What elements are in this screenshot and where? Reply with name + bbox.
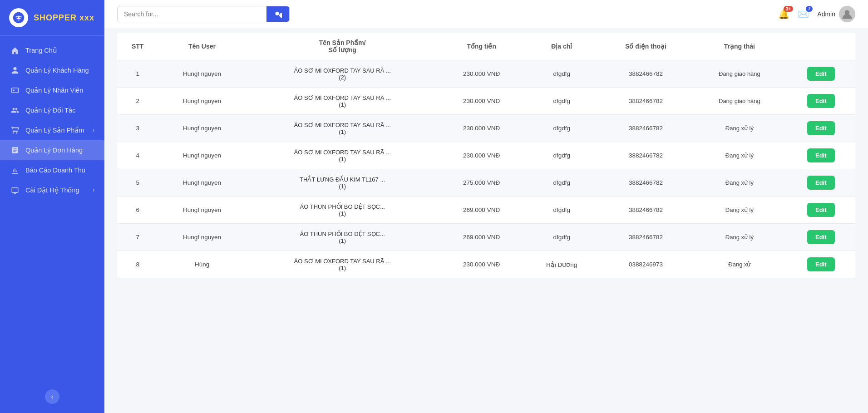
bell-badge: 3+ [784,6,793,12]
cell-action[interactable]: Edit [787,251,855,278]
sidebar-item-quan-ly-khach-hang[interactable]: Quản Lý Khách Hàng [0,60,104,80]
cell-action[interactable]: Edit [787,88,855,115]
admin-name: Admin [817,10,835,18]
sidebar-item-label: Trang Chủ [25,47,57,54]
search-button[interactable] [266,6,289,22]
cell-stt: 6 [117,197,158,224]
table-row: 1 Hungf nguyen ÁO SƠ MI OXFORD TAY SAU R… [117,60,855,88]
cell-stt: 2 [117,88,158,115]
edit-button[interactable]: Edit [807,203,835,217]
cell-address: dfgdfg [524,224,599,251]
cell-stt: 7 [117,224,158,251]
cell-user: Hungf nguyen [158,115,246,142]
svg-point-1 [16,17,18,18]
sidebar-item-trang-chu[interactable]: Trang Chủ [0,40,104,60]
cell-total: 230.000 VNĐ [439,115,524,142]
admin-profile[interactable]: Admin [817,6,855,22]
cell-stt: 5 [117,169,158,197]
cell-status: Đang giao hàng [692,60,786,88]
cell-stt: 3 [117,115,158,142]
user-icon [10,66,20,74]
sidebar-item-quan-ly-nhan-vien[interactable]: Quản Lý Nhân Viên [0,80,104,100]
svg-point-2 [20,17,21,18]
mail-badge: 7 [806,6,813,12]
logo-area: SHOPPER xxx [0,0,104,36]
cell-product: ÁO SƠ MI OXFORD TAY SAU RÃ ...(1) [246,88,439,115]
search-icon [274,10,282,18]
search-wrap [117,6,290,22]
chevron-right-icon: › [93,127,94,133]
sidebar-item-label: Cài Đặt Hệ Thống [25,187,79,194]
edit-button[interactable]: Edit [807,121,835,135]
edit-button[interactable]: Edit [807,257,835,271]
edit-button[interactable]: Edit [807,176,835,190]
sidebar-item-label: Quản Lý Nhân Viên [25,87,83,94]
cell-action[interactable]: Edit [787,115,855,142]
cell-status: Đang xử lý [692,224,786,251]
sidebar-item-label: Báo Cáo Doanh Thu [25,167,85,174]
cell-product: ÁO THUN PHỐI BO DỆT SỌC...(1) [246,197,439,224]
svg-rect-3 [12,88,19,93]
cell-address: Hải Dương [524,251,599,278]
sidebar-item-quan-ly-doi-tac[interactable]: Quản Lý Đối Tác [0,100,104,120]
cell-user: Hungf nguyen [158,224,246,251]
cell-user: Hungf nguyen [158,197,246,224]
cell-action[interactable]: Edit [787,60,855,88]
avatar [839,6,855,22]
cell-user: Hùng [158,251,246,278]
cell-address: dfgdfg [524,60,599,88]
cell-status: Đang giao hàng [692,88,786,115]
search-input[interactable] [118,7,266,21]
edit-button[interactable]: Edit [807,67,835,81]
cell-total: 269.000 VNĐ [439,224,524,251]
cell-stt: 8 [117,251,158,278]
cell-phone: 3882466782 [599,142,692,169]
table-row: 5 Hungf nguyen THẮT LƯNG ĐẦU KIM TL167 .… [117,169,855,197]
cell-status: Đang xử lý [692,197,786,224]
edit-button[interactable]: Edit [807,94,835,108]
col-product: Tên Sản Phẩm/Số lượng [246,33,439,60]
cell-address: dfgdfg [524,88,599,115]
cell-product: ÁO SƠ MI OXFORD TAY SAU RÃ ...(2) [246,60,439,88]
cell-total: 269.000 VNĐ [439,197,524,224]
chart-icon [10,166,20,174]
col-total: Tổng tiền [439,33,524,60]
mail-notification[interactable]: ✉️ 7 [798,9,809,20]
bell-notification[interactable]: 🔔 3+ [778,9,789,20]
table-row: 8 Hùng ÁO SƠ MI OXFORD TAY SAU RÃ ...(1)… [117,251,855,278]
cell-total: 230.000 VNĐ [439,142,524,169]
sidebar-item-cai-dat-he-thong[interactable]: Cài Đặt Hệ Thống › [0,180,104,200]
cell-phone: 3882466782 [599,88,692,115]
cell-user: Hungf nguyen [158,88,246,115]
cell-phone: 3882466782 [599,169,692,197]
col-stt: STT [117,33,158,60]
cell-phone: 3882466782 [599,197,692,224]
main-area: 🔔 3+ ✉️ 7 Admin STT Tên User Tên Sản [104,0,868,413]
cell-action[interactable]: Edit [787,197,855,224]
partner-icon [10,106,20,114]
header: 🔔 3+ ✉️ 7 Admin [104,0,868,28]
cell-product: ÁO SƠ MI OXFORD TAY SAU RÃ ...(1) [246,251,439,278]
table-row: 7 Hungf nguyen ÁO THUN PHỐI BO DỆT SỌC..… [117,224,855,251]
cell-total: 230.000 VNĐ [439,88,524,115]
cell-action[interactable]: Edit [787,224,855,251]
table-header: STT Tên User Tên Sản Phẩm/Số lượng Tổng … [117,33,855,60]
idcard-icon [10,86,20,94]
cell-phone: 3882466782 [599,60,692,88]
cell-user: Hungf nguyen [158,142,246,169]
table-row: 2 Hungf nguyen ÁO SƠ MI OXFORD TAY SAU R… [117,88,855,115]
header-right: 🔔 3+ ✉️ 7 Admin [778,6,855,22]
home-icon [10,46,20,54]
sidebar-item-bao-cao-doanh-thu[interactable]: Báo Cáo Doanh Thu [0,160,104,180]
table-body: 1 Hungf nguyen ÁO SƠ MI OXFORD TAY SAU R… [117,60,855,278]
content-area: STT Tên User Tên Sản Phẩm/Số lượng Tổng … [104,28,868,413]
sidebar-item-quan-ly-don-hang[interactable]: Quản Lý Đơn Hàng [0,140,104,160]
cell-phone: 3882466782 [599,115,692,142]
sidebar-collapse-button[interactable]: ‹ [45,389,59,404]
edit-button[interactable]: Edit [807,148,835,162]
cell-action[interactable]: Edit [787,142,855,169]
sidebar-item-quan-ly-san-pham[interactable]: Quản Lý Sản Phẩm › [0,120,104,140]
col-status: Trạng thái [692,33,786,60]
edit-button[interactable]: Edit [807,230,835,244]
cell-action[interactable]: Edit [787,169,855,197]
